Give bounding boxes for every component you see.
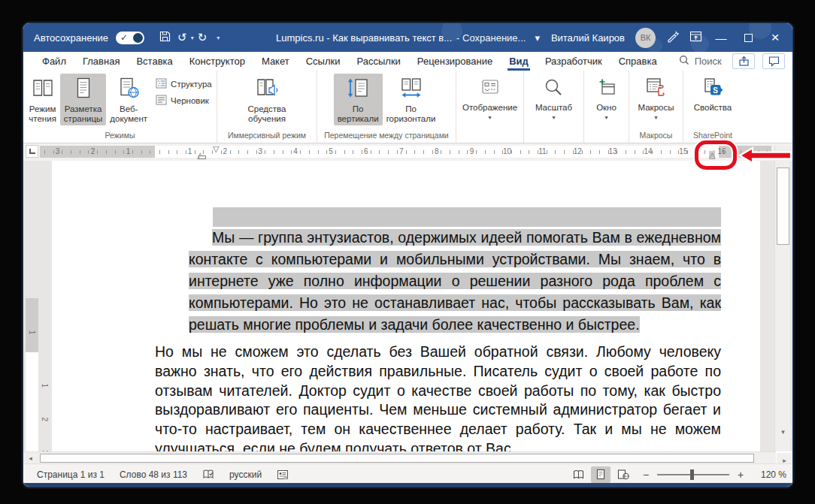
- autosave-toggle[interactable]: ✓: [116, 32, 144, 44]
- zoom-dropdown-button[interactable]: Масштаб ▾: [532, 74, 576, 122]
- close-button[interactable]: ×: [767, 29, 783, 46]
- group-display: Отображение ▾: [456, 71, 524, 143]
- title-caret-icon[interactable]: ▾: [535, 32, 540, 44]
- zoom-percentage[interactable]: 120 %: [753, 469, 786, 480]
- saving-status: - Сохранение...: [456, 32, 526, 44]
- zoom-icon: [543, 77, 564, 99]
- inking-pen-icon[interactable]: [666, 30, 679, 45]
- title-bar: Автосохранение ✓ ↺▾ ↻ ▾ Lumpics.ru - Как…: [23, 23, 792, 52]
- tab-design[interactable]: Конструктор: [181, 52, 253, 71]
- macros-dropdown-button[interactable]: Макросы ▾: [635, 74, 678, 122]
- search-icon: [679, 55, 689, 68]
- vertical-scroll-icon: [346, 77, 370, 101]
- ruler-number: 14: [631, 146, 666, 158]
- proofing-status-icon[interactable]: [195, 469, 222, 480]
- group-label-macros: Макросы: [629, 130, 683, 143]
- side-to-side-button[interactable]: По горизонтали: [383, 74, 440, 125]
- document-canvas[interactable]: 1 1234567 Мы — группа энтузиастов, одерж…: [23, 161, 792, 451]
- tab-mailings[interactable]: Рассылки: [348, 52, 408, 71]
- toggle-knob: [133, 33, 143, 43]
- window-bottom-border: [23, 483, 792, 487]
- tab-layout[interactable]: Макет: [253, 52, 298, 71]
- first-line-indent-marker[interactable]: ▽: [213, 145, 219, 152]
- vertical-ruler[interactable]: 1 1234567: [26, 298, 38, 451]
- horizontal-scrollbar[interactable]: ◂: [23, 451, 776, 463]
- redo-icon[interactable]: ↻: [195, 31, 210, 44]
- maximize-button[interactable]: [740, 32, 756, 44]
- text-block[interactable]: Мы — группа энтузиастов, одержимых идеей…: [155, 207, 721, 451]
- vertical-scroll-thumb[interactable]: [777, 167, 789, 245]
- vruler-number: 2: [23, 413, 49, 426]
- window-caret-icon: ▾: [604, 114, 607, 121]
- minimize-button[interactable]: —: [713, 32, 729, 44]
- ruler-number: 6: [348, 146, 383, 158]
- left-indent-marker[interactable]: [198, 155, 206, 159]
- undo-icon[interactable]: ↺: [175, 31, 189, 44]
- qat-customize-icon[interactable]: ▾: [217, 35, 220, 41]
- scroll-left-icon[interactable]: ◂: [23, 454, 38, 462]
- ruler-number: 3: [243, 146, 278, 158]
- share-button[interactable]: [732, 53, 755, 69]
- macros-icon: [644, 77, 667, 99]
- ruler-number: 9: [454, 146, 489, 158]
- selected-empty-line[interactable]: [213, 207, 721, 227]
- scroll-down-icon[interactable]: ▾: [775, 424, 791, 439]
- tab-insert[interactable]: Вставка: [128, 52, 180, 71]
- properties-button[interactable]: S Свойства: [690, 74, 736, 114]
- zoom-in-icon[interactable]: +: [735, 469, 746, 481]
- avatar[interactable]: ВК: [635, 28, 656, 48]
- save-icon[interactable]: [156, 30, 174, 46]
- group-zoom: Масштаб ▾: [524, 71, 584, 143]
- tab-home[interactable]: Главная: [74, 52, 128, 71]
- selection-highlight[interactable]: Мы — группа энтузиастов, одержимых идеей…: [189, 229, 721, 333]
- draft-button[interactable]: Черновик: [156, 95, 212, 107]
- search-box[interactable]: Поиск: [679, 55, 722, 68]
- tab-view[interactable]: Вид: [501, 52, 537, 71]
- display-dropdown-button[interactable]: Отображение ▾: [459, 74, 521, 122]
- display-caret-icon: ▾: [488, 114, 491, 121]
- macro-record-icon[interactable]: [269, 469, 296, 480]
- second-paragraph[interactable]: Но мы не сможем это сделать без Вашей об…: [155, 343, 721, 451]
- print-layout-button[interactable]: Разметка страницы: [60, 74, 106, 125]
- word-window: Автосохранение ✓ ↺▾ ↻ ▾ Lumpics.ru - Как…: [23, 23, 793, 487]
- web-layout-view-button[interactable]: [614, 466, 633, 483]
- horizontal-scroll-thumb[interactable]: [40, 454, 754, 463]
- tab-references[interactable]: Ссылки: [298, 52, 349, 71]
- language-indicator[interactable]: русский: [222, 469, 269, 480]
- tab-stop-selector[interactable]: [26, 145, 38, 158]
- zoom-thumb[interactable]: [690, 469, 694, 480]
- read-mode-button[interactable]: Режим чтения: [25, 74, 60, 125]
- read-mode-icon: [31, 77, 55, 101]
- learning-tools-button[interactable]: Средства обучения: [244, 74, 290, 125]
- comments-button[interactable]: [762, 53, 785, 69]
- side-to-side-icon: [399, 77, 423, 101]
- zoom-out-icon[interactable]: −: [641, 469, 651, 481]
- sharepoint-properties-icon: S: [701, 77, 724, 99]
- tab-help[interactable]: Справка: [610, 52, 665, 71]
- outline-button[interactable]: Структура: [156, 78, 212, 90]
- selected-paragraph[interactable]: Мы — группа энтузиастов, одержимых идеей…: [189, 227, 721, 336]
- title-text: Lumpics.ru - Как выравнивать текст в...: [276, 32, 452, 44]
- outline-icon: [156, 78, 167, 90]
- tab-file[interactable]: Файл: [34, 52, 74, 71]
- zoom-track[interactable]: [657, 474, 729, 475]
- read-mode-view-button[interactable]: [568, 466, 588, 483]
- tab-review[interactable]: Рецензирование: [409, 52, 501, 71]
- group-macros: Макросы ▾ Макросы: [629, 71, 683, 143]
- window-dropdown-button[interactable]: Окно ▾: [592, 74, 621, 122]
- web-layout-button[interactable]: Веб- документ: [106, 74, 151, 125]
- zoom-slider[interactable]: − +: [641, 469, 746, 481]
- print-layout-view-button[interactable]: [591, 466, 610, 483]
- tab-developer[interactable]: Разработчик: [537, 52, 610, 71]
- page-indicator[interactable]: Страница 1 из 1: [29, 469, 112, 480]
- undo-caret-icon[interactable]: ▾: [191, 35, 194, 41]
- ribbon-display-options-icon[interactable]: [689, 30, 702, 45]
- ruler-number: 7: [383, 146, 419, 158]
- horizontal-ruler[interactable]: 321 123456789101112131415 16 △ ▽ △: [40, 146, 771, 158]
- document-page[interactable]: Мы — группа энтузиастов, одержимых идеей…: [52, 161, 760, 451]
- vruler-number: 1: [23, 379, 49, 392]
- vertical-scrollbar[interactable]: ▴ ▾: [774, 145, 790, 451]
- word-count[interactable]: Слово 48 из 113: [112, 469, 195, 480]
- vertical-button[interactable]: По вертикали: [334, 74, 383, 125]
- group-views: Режим чтения Разметка страницы Веб- доку…: [23, 71, 217, 143]
